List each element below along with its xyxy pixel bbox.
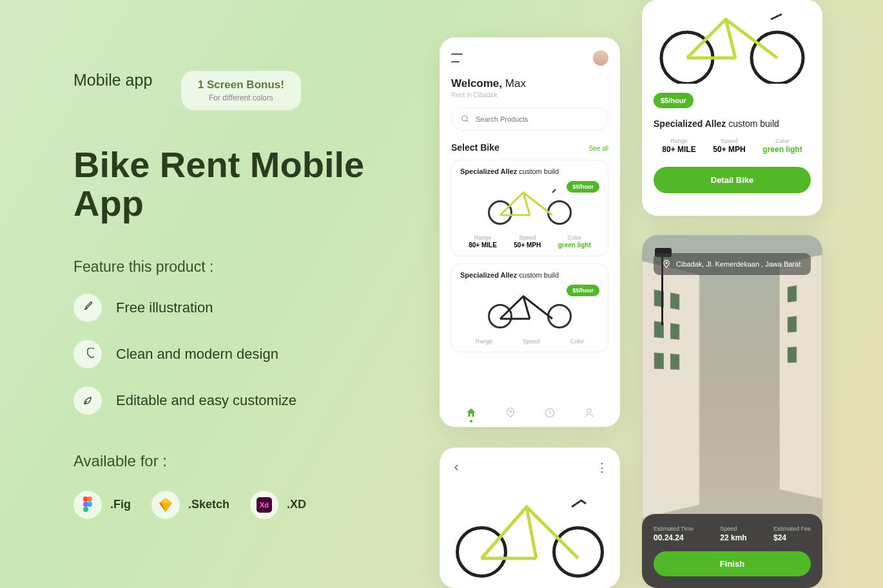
- price-badge: $5/hour: [567, 181, 599, 193]
- phone-detail-top: ⋮: [440, 448, 620, 588]
- card-title: Specialized Allez custom build: [460, 271, 599, 279]
- svg-point-4: [83, 507, 88, 512]
- feature-item: Free illustration: [73, 294, 422, 322]
- format-fig: .Fig: [73, 491, 131, 519]
- detail-title: Specialized Allez custom build: [654, 119, 811, 129]
- back-icon[interactable]: [451, 462, 463, 473]
- stat-label: Speed: [713, 138, 745, 144]
- svg-point-11: [587, 409, 591, 413]
- bike-image-large: [642, 0, 822, 84]
- hero-title: Bike Rent Mobile App: [73, 146, 422, 223]
- welcome-text: Welcome, Max: [451, 77, 608, 90]
- feature-item: Editable and easy customize: [73, 386, 422, 415]
- format-label: .Sketch: [188, 498, 229, 511]
- stat-label: Color: [558, 234, 591, 241]
- feature-text: Clean and modern design: [116, 346, 278, 363]
- nav-home-icon[interactable]: [465, 407, 477, 419]
- stat-value: 80+ MILE: [469, 242, 497, 249]
- leaf-icon: [73, 386, 102, 415]
- pin-icon: [662, 260, 671, 269]
- search-field[interactable]: [476, 115, 599, 123]
- bonus-title: 1 Screen Bonus!: [198, 79, 284, 91]
- stat-label: Color: [762, 138, 802, 144]
- nav-location-icon[interactable]: [505, 407, 516, 419]
- stat-value: green light: [558, 242, 591, 249]
- menu-icon[interactable]: [451, 53, 464, 62]
- features-heading: Feature this product :: [73, 258, 422, 276]
- stat-value: 50+ MPH: [514, 242, 541, 249]
- bike-card[interactable]: Specialized Allez custom build $5/hour R…: [451, 263, 608, 352]
- finish-button[interactable]: Finish: [654, 551, 811, 576]
- stat-label: Speed: [523, 338, 539, 345]
- xd-icon: Xd: [250, 491, 278, 519]
- location-text: Rent in Cibadak: [451, 91, 608, 99]
- avatar[interactable]: [593, 50, 608, 66]
- format-label: .Fig: [110, 498, 131, 511]
- more-icon[interactable]: ⋮: [596, 460, 608, 475]
- address-text: Cibadak, Jl. Kemerdekaan , Jawa Barat: [676, 260, 801, 268]
- feature-text: Editable and easy customize: [116, 392, 296, 409]
- sketch-icon: [151, 491, 180, 519]
- stat-value: 22 kmh: [720, 533, 746, 542]
- ride-info-panel: Estimated Time00.24.24 Speed22 kmh Estim…: [642, 514, 822, 588]
- card-title: Specialized Allez custom build: [460, 167, 599, 175]
- brush-icon: [73, 294, 102, 322]
- svg-point-3: [87, 502, 92, 507]
- stat-label: Speed: [514, 234, 541, 241]
- nav-history-icon[interactable]: [544, 407, 556, 419]
- svg-text:Xd: Xd: [260, 501, 269, 509]
- svg-point-14: [666, 262, 667, 263]
- phone-detail: $5/hour Specialized Allez custom build R…: [642, 0, 822, 216]
- stat-label: Estimated Fee: [773, 526, 811, 532]
- bike-image: [488, 183, 572, 225]
- detail-button[interactable]: Detail Bike: [654, 167, 811, 193]
- stat-value: green light: [762, 145, 802, 154]
- bike-image: [488, 287, 572, 328]
- stat-value: 00.24.24: [654, 533, 694, 542]
- stat-value: 50+ MPH: [713, 145, 745, 154]
- stat-value: 80+ MILE: [662, 145, 695, 154]
- bonus-pill: 1 Screen Bonus! For different colors: [181, 71, 301, 110]
- svg-line-8: [467, 120, 469, 122]
- phone-home: Welcome, Max Rent in Cibadak Select Bike…: [440, 37, 620, 427]
- bonus-subtitle: For different colors: [198, 93, 284, 102]
- format-sketch: .Sketch: [151, 491, 229, 519]
- svg-point-9: [509, 410, 511, 412]
- stat-label: Speed: [720, 526, 746, 532]
- format-label: .XD: [287, 498, 306, 511]
- format-xd: Xd .XD: [250, 491, 306, 519]
- bike-card[interactable]: Specialized Allez custom build $5/hour R…: [451, 160, 608, 256]
- bike-image-large: [456, 488, 604, 578]
- section-title: Select Bike: [451, 142, 500, 153]
- palette-icon: [73, 340, 102, 368]
- search-icon: [461, 115, 470, 124]
- search-input[interactable]: [451, 108, 608, 131]
- location-bar: Cibadak, Jl. Kemerdekaan , Jawa Barat: [654, 253, 811, 275]
- stat-value: $24: [773, 533, 811, 542]
- available-heading: Available for :: [73, 452, 422, 470]
- stat-label: Range: [469, 234, 497, 241]
- price-badge: $5/hour: [567, 285, 599, 296]
- hero-subtitle: Mobile app: [73, 71, 152, 90]
- stat-label: Range: [662, 138, 695, 144]
- stat-label: Color: [570, 338, 585, 345]
- nav-profile-icon[interactable]: [583, 407, 595, 419]
- stat-label: Estimated Time: [654, 526, 694, 532]
- stat-label: Range: [476, 338, 493, 345]
- svg-point-7: [462, 116, 467, 121]
- phone-ride: Cibadak, Jl. Kemerdekaan , Jawa Barat Es…: [642, 235, 822, 588]
- price-badge: $5/hour: [654, 93, 694, 108]
- figma-icon: [73, 491, 102, 519]
- see-all-link[interactable]: See all: [588, 145, 608, 152]
- feature-item: Clean and modern design: [73, 340, 422, 368]
- feature-text: Free illustration: [116, 299, 213, 316]
- svg-point-1: [87, 497, 92, 502]
